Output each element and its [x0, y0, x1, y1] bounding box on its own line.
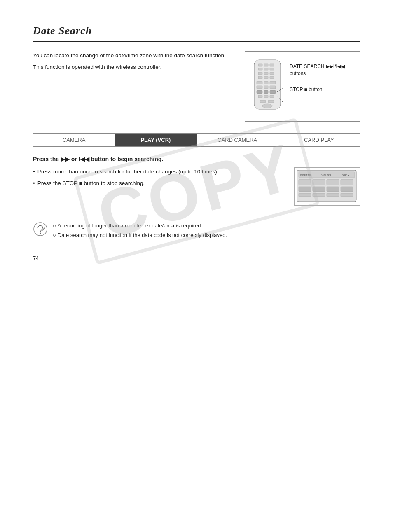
svg-rect-36	[313, 179, 325, 185]
svg-rect-9	[270, 72, 274, 75]
vcr-remote-diagram: DATE/TIME DATE BKR CARD ● ◄◄ REW VOL ▼ A…	[294, 167, 360, 206]
svg-rect-11	[264, 76, 268, 79]
svg-rect-10	[258, 76, 262, 79]
note-text: ○ A recording of longer than a minute pe…	[53, 222, 227, 241]
svg-rect-3	[270, 64, 274, 66]
bullet-list: • Press more than once to search for fur…	[33, 167, 286, 190]
svg-rect-6	[270, 68, 274, 70]
svg-rect-17	[264, 86, 268, 89]
page: Date Search You can locate the change of…	[0, 0, 393, 278]
intro-text-1: You can locate the change of the date/ti…	[33, 51, 232, 60]
svg-rect-49	[327, 193, 339, 197]
svg-rect-15	[270, 81, 276, 84]
svg-rect-20	[264, 90, 268, 94]
intro-text: You can locate the change of the date/ti…	[33, 51, 232, 71]
svg-rect-2	[264, 64, 268, 66]
svg-rect-50	[341, 193, 353, 197]
tab-card-play[interactable]: CARD PLAY	[278, 134, 360, 146]
note-circle-2: ○	[53, 231, 56, 240]
bullet-dot-1: •	[33, 167, 35, 176]
intro-text-2: This function is operated with the wirel…	[33, 63, 232, 72]
note-line-1: ○ A recording of longer than a minute pe…	[53, 222, 227, 230]
svg-rect-26	[268, 100, 274, 103]
svg-rect-48	[313, 193, 325, 197]
svg-rect-22	[258, 95, 262, 98]
svg-rect-19	[257, 90, 262, 94]
svg-rect-0	[254, 60, 281, 109]
stop-label: STOP ■ button	[290, 86, 354, 93]
note-text-2: Date search may not function if the data…	[58, 231, 227, 240]
svg-rect-35	[299, 179, 311, 185]
svg-rect-18	[270, 86, 276, 89]
bullet-item-1: • Press more than once to search for fur…	[33, 167, 286, 176]
tab-camera[interactable]: CAMERA	[33, 134, 115, 146]
svg-rect-8	[264, 72, 268, 75]
svg-rect-37	[327, 179, 339, 185]
note-icon	[33, 222, 48, 237]
svg-rect-25	[260, 100, 266, 103]
tab-play-vcr[interactable]: PLAY (VCR)	[115, 134, 196, 146]
svg-point-27	[262, 104, 272, 108]
svg-rect-41	[327, 187, 339, 192]
svg-rect-24	[270, 95, 274, 98]
svg-rect-7	[258, 72, 262, 75]
intro-section: You can locate the change of the date/ti…	[33, 51, 360, 122]
svg-rect-16	[257, 86, 262, 89]
svg-rect-5	[264, 68, 268, 70]
svg-rect-23	[264, 95, 268, 98]
svg-rect-40	[313, 187, 325, 192]
svg-rect-39	[299, 187, 311, 192]
remote-diagram-box: DATE SEARCH ▶▶I/I◀◀ buttons STOP ■ butto…	[245, 51, 360, 122]
section-heading: Press the ▶▶ or I◀◀ button to begin sear…	[33, 156, 360, 162]
title-rule	[33, 41, 360, 42]
bullet-text-2: Press the STOP ■ button to stop searchin…	[37, 179, 145, 188]
tab-card-camera[interactable]: CARD CAMERA	[197, 134, 278, 146]
date-search-label: DATE SEARCH ▶▶I/I◀◀ buttons	[290, 63, 354, 77]
note-line-2: ○ Date search may not function if the da…	[53, 231, 227, 240]
remote-labels: DATE SEARCH ▶▶I/I◀◀ buttons STOP ■ butto…	[290, 59, 354, 93]
svg-point-52	[40, 233, 41, 234]
svg-rect-14	[264, 81, 268, 84]
svg-text:DATE/TIME: DATE/TIME	[300, 174, 311, 176]
note-section: ○ A recording of longer than a minute pe…	[33, 216, 360, 241]
svg-rect-4	[258, 68, 262, 70]
svg-rect-38	[341, 179, 353, 185]
tab-bar[interactable]: CAMERA PLAY (VCR) CARD CAMERA CARD PLAY	[33, 133, 360, 147]
bullet-dot-2: •	[33, 179, 35, 188]
svg-rect-13	[257, 81, 262, 84]
content-section: • Press more than once to search for fur…	[33, 167, 360, 206]
svg-rect-12	[270, 76, 274, 79]
svg-rect-1	[258, 64, 262, 66]
remote-svg	[251, 59, 284, 114]
svg-rect-21	[270, 90, 276, 94]
svg-rect-47	[299, 193, 311, 197]
svg-text:DATE BKR: DATE BKR	[321, 174, 331, 176]
svg-text:CARD ●: CARD ●	[342, 174, 349, 176]
svg-rect-42	[341, 187, 353, 192]
note-text-1: A recording of longer than a minute per …	[58, 222, 202, 230]
bullet-text-1: Press more than once to search for furth…	[37, 167, 219, 176]
page-number: 74	[33, 255, 39, 261]
bullet-item-2: • Press the STOP ■ button to stop search…	[33, 179, 286, 188]
page-title: Date Search	[33, 25, 360, 37]
note-circle-1: ○	[53, 222, 56, 230]
